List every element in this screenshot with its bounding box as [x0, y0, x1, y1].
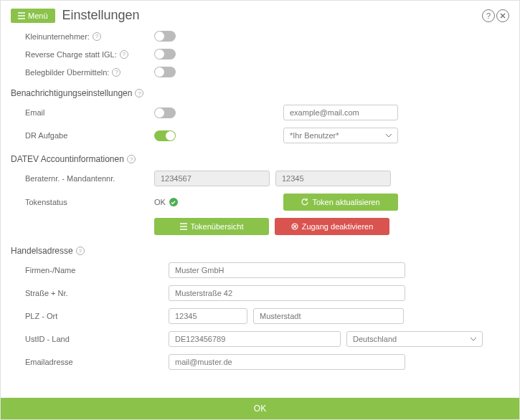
- page-title: Einstellungen: [62, 8, 140, 23]
- email-toggle[interactable]: [154, 108, 176, 118]
- help-icon[interactable]: ?: [127, 155, 136, 163]
- email-input[interactable]: [283, 105, 398, 120]
- street-input[interactable]: [169, 285, 405, 301]
- reverse-charge-label: Reverse Charge statt IGL: ?: [25, 50, 154, 59]
- email-label: Email: [25, 108, 154, 117]
- token-overview-button[interactable]: Tokenübersicht: [154, 218, 269, 235]
- ustid-input[interactable]: [169, 331, 341, 347]
- dr-aufgabe-toggle[interactable]: [154, 130, 176, 141]
- ustid-label: UstID - Land: [25, 335, 169, 343]
- address-heading: Handelsadresse ?: [11, 246, 509, 256]
- check-icon: [169, 198, 178, 206]
- datev-heading: DATEV Accountinformationen ?: [11, 154, 509, 164]
- token-status: OK: [154, 198, 283, 206]
- notifications-heading: Benachrichtigungseinstellungen ?: [11, 88, 509, 98]
- menu-label: Menü: [28, 11, 48, 20]
- user-select[interactable]: *Ihr Benutzer*: [283, 128, 398, 143]
- berater-input: [154, 171, 270, 186]
- help-icon[interactable]: ?: [135, 89, 143, 97]
- berater-label: Beraternr. - Mandantennr.: [25, 174, 154, 183]
- reverse-charge-toggle[interactable]: [154, 49, 176, 59]
- email-address-input[interactable]: [169, 354, 405, 370]
- help-icon[interactable]: ?: [120, 50, 128, 59]
- list-icon: [180, 223, 187, 230]
- close-icon[interactable]: [496, 9, 509, 22]
- help-icon[interactable]: ?: [482, 9, 495, 22]
- country-select[interactable]: Deutschland: [346, 331, 483, 347]
- street-label: Straße + Nr.: [25, 289, 169, 297]
- plz-input[interactable]: [169, 308, 247, 324]
- help-icon[interactable]: ?: [112, 68, 120, 77]
- refresh-icon: [301, 199, 308, 206]
- dr-aufgabe-label: DR Aufgabe: [25, 131, 154, 140]
- company-label: Firmen-/Name: [25, 266, 169, 275]
- token-refresh-button[interactable]: Token aktualisieren: [283, 194, 398, 211]
- belegbilder-toggle[interactable]: [154, 67, 176, 77]
- city-input[interactable]: [253, 308, 404, 324]
- help-icon[interactable]: ?: [93, 32, 101, 41]
- plz-label: PLZ - Ort: [25, 312, 169, 320]
- menu-button[interactable]: Menü: [11, 9, 55, 23]
- deactivate-button[interactable]: Zugang deaktivieren: [275, 218, 389, 235]
- email-address-label: Emailadresse: [25, 358, 169, 366]
- help-icon[interactable]: ?: [76, 247, 85, 255]
- hamburger-icon: [18, 12, 25, 19]
- belegbilder-label: Belegbilder Übermitteln: ?: [25, 68, 154, 77]
- kleinunternehmer-label: Kleinunternehmer: ?: [25, 32, 154, 41]
- cancel-icon: [291, 223, 298, 230]
- tokenstatus-label: Tokenstatus: [25, 198, 154, 206]
- company-input[interactable]: [169, 262, 405, 278]
- ok-button[interactable]: OK: [1, 398, 519, 419]
- mandant-input: [275, 171, 391, 186]
- kleinunternehmer-toggle[interactable]: [154, 31, 176, 42]
